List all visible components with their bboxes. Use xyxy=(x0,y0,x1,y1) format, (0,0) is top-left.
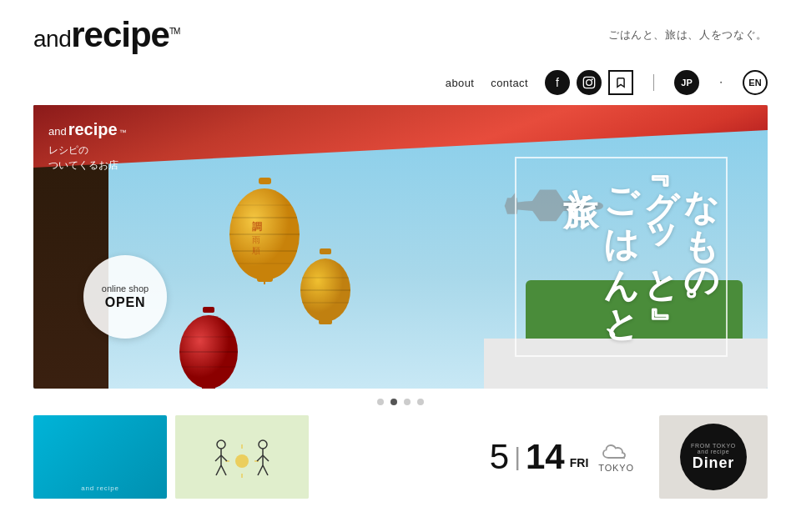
logo-i: i xyxy=(121,15,130,55)
bottom-cards: and recipe xyxy=(33,415,473,499)
nav-contact[interactable]: contact xyxy=(491,77,528,89)
facebook-label: f xyxy=(556,76,559,89)
dot-3[interactable] xyxy=(417,399,424,405)
svg-text:順: 順 xyxy=(252,246,260,255)
svg-rect-10 xyxy=(259,178,271,184)
svg-point-2 xyxy=(592,78,593,80)
slider-dots xyxy=(33,389,768,412)
svg-rect-17 xyxy=(257,276,273,282)
card-cyan-content: and recipe xyxy=(33,415,167,499)
online-shop-label: online shop xyxy=(102,284,149,294)
hero-text-line2: ごはんと、 xyxy=(602,165,639,360)
lang-en-button[interactable]: EN xyxy=(743,70,768,95)
lang-jp-button[interactable]: JP xyxy=(674,70,699,95)
dot-2[interactable] xyxy=(404,399,411,405)
hero-overlay-logo: and recipe ™ レシピの ついてくるお店 xyxy=(48,120,127,173)
svg-text:雨: 雨 xyxy=(252,235,260,244)
date-month: 5 xyxy=(490,439,509,474)
date-day: 14 xyxy=(526,439,565,474)
card-illustration[interactable] xyxy=(175,415,309,499)
svg-point-35 xyxy=(235,454,249,468)
card-brand-label: and recipe xyxy=(81,484,118,492)
facebook-icon[interactable]: f xyxy=(545,70,570,95)
online-shop-open: OPEN xyxy=(105,295,146,310)
logo-and-text: and xyxy=(33,26,71,53)
svg-rect-0 xyxy=(583,77,594,88)
lantern-yellow-small xyxy=(296,247,355,329)
hero-logo-row: and recipe ™ xyxy=(48,120,127,139)
card-illustration-svg xyxy=(175,415,309,499)
weather-cloud-icon xyxy=(602,441,632,461)
dot-0[interactable] xyxy=(377,399,384,405)
header: and recipeTM ごはんと、旅は、人をつなぐ。 xyxy=(0,0,801,63)
hero-logo-and: and xyxy=(48,125,67,138)
bookmark-icon[interactable] xyxy=(608,70,633,95)
bookmark-svg xyxy=(615,77,627,88)
hero-text-vertical: 旅と、 ごはんと、 『グッと』 なもの。 xyxy=(562,165,719,360)
logo-area: and recipeTM xyxy=(33,15,179,55)
diner-badge: FROM TOKYO and recipe Diner xyxy=(680,424,747,490)
date-separator-bar: | xyxy=(514,443,521,471)
hero-wrapper: 調 雨 順 xyxy=(0,105,801,389)
hero-subtitle-1: レシピの xyxy=(48,143,127,158)
hero-slider: 調 雨 順 xyxy=(33,105,768,389)
nav-divider xyxy=(653,74,654,91)
hero-logo-tm: ™ xyxy=(119,128,127,137)
nav-social-icons: f xyxy=(545,70,633,95)
weather-city-label: TOKYO xyxy=(598,463,634,473)
svg-rect-33 xyxy=(202,384,215,389)
hero-text-line4: なもの。 xyxy=(683,165,719,320)
weather-section: TOKYO xyxy=(598,441,634,473)
lantern-yellow-large: 調 雨 順 xyxy=(225,176,305,288)
diner-title: Diner xyxy=(693,454,735,472)
hero-logo-recipe: recipe xyxy=(68,120,118,139)
lang-separator: ・ xyxy=(716,76,726,90)
header-tagline: ごはんと、旅は、人をつなぐ。 xyxy=(608,28,768,43)
svg-rect-28 xyxy=(203,307,214,313)
hero-subtitle-2: ついてくるお店 xyxy=(48,158,127,173)
diner-logo-text: and recipe xyxy=(698,449,729,454)
instagram-icon[interactable] xyxy=(577,70,602,95)
bottom-section: and recipe xyxy=(0,415,801,499)
hero-text-line3: 『グッと』 xyxy=(642,165,679,286)
date-dow: FRI xyxy=(570,456,589,469)
svg-rect-22 xyxy=(320,248,331,254)
svg-point-1 xyxy=(587,80,592,86)
lantern-red xyxy=(175,305,242,389)
hero-text-line1: 旅と、 xyxy=(562,165,599,240)
svg-rect-27 xyxy=(319,319,332,324)
logo-recipe-text: recipeTM xyxy=(71,15,179,55)
date-section: 5 | 14 FRI TOKYO xyxy=(490,415,642,499)
logo-tm: TM xyxy=(169,27,179,36)
nav-bar: about contact f JP ・ EN xyxy=(0,63,801,105)
date-display: 5 | 14 FRI xyxy=(490,439,588,474)
card-cyan[interactable]: and recipe xyxy=(33,415,167,499)
nav-about[interactable]: about xyxy=(446,77,474,89)
dot-1[interactable] xyxy=(390,399,397,405)
diner-card[interactable]: FROM TOKYO and recipe Diner xyxy=(659,415,768,499)
diner-card-bg: FROM TOKYO and recipe Diner xyxy=(659,415,768,499)
online-shop-button[interactable]: online shop OPEN xyxy=(83,255,167,339)
diner-from-text: FROM TOKYO xyxy=(691,443,736,449)
instagram-svg xyxy=(582,76,596,89)
svg-text:調: 調 xyxy=(252,221,262,233)
